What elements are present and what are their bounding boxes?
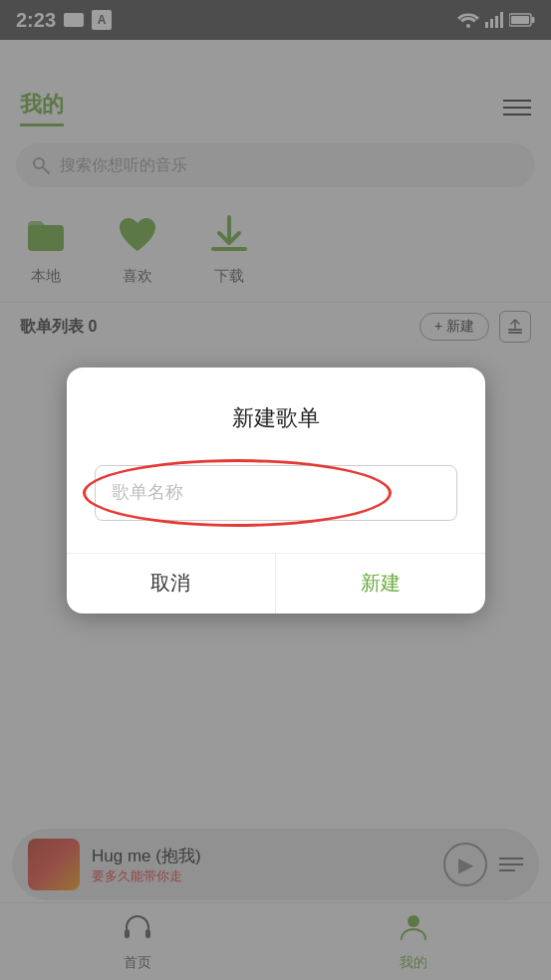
playlist-name-input[interactable] bbox=[95, 465, 457, 521]
dialog-actions: 取消 新建 bbox=[67, 553, 485, 613]
cancel-button[interactable]: 取消 bbox=[67, 554, 277, 613]
dialog-input-wrap bbox=[95, 465, 457, 521]
dialog-title: 新建歌单 bbox=[95, 403, 457, 433]
overlay: 新建歌单 取消 新建 bbox=[0, 0, 551, 980]
create-button[interactable]: 新建 bbox=[276, 554, 485, 613]
dialog: 新建歌单 取消 新建 bbox=[67, 368, 485, 613]
